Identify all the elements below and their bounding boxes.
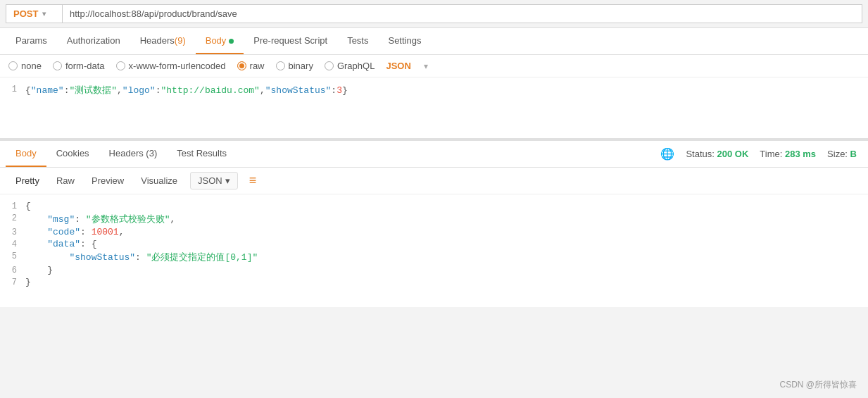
resp-line-2: 2 "msg": "参数格式校验失败", [0, 212, 868, 226]
req-line-1: 1 {"name":"测试数据","logo":"http://baidu.co… [0, 83, 868, 97]
json-format-label: JSON [386, 61, 410, 71]
radio-raw [237, 61, 246, 70]
response-status-bar: 🌐 Status: 200 OK Time: 283 ms Size: B [660, 147, 862, 161]
resp-format-chevron: ▾ [225, 175, 230, 186]
body-dot [229, 39, 234, 44]
url-input[interactable] [62, 4, 862, 23]
tab-prerequest[interactable]: Pre-request Script [244, 28, 337, 54]
radio-binary [276, 61, 285, 70]
bodytype-raw[interactable]: raw [237, 61, 265, 71]
method-chevron: ▾ [42, 10, 46, 18]
bodytype-none[interactable]: none [8, 61, 42, 71]
response-format-row: Pretty Raw Preview Visualize JSON ▾ ≡ [0, 168, 868, 194]
method-select[interactable]: POST ▾ [6, 4, 62, 23]
resp-line-3: 3 "code": 10001, [0, 226, 868, 238]
resp-tab-body[interactable]: Body [6, 141, 46, 167]
tab-headers[interactable]: Headers(9) [130, 28, 196, 54]
status-label: Status: 200 OK [686, 149, 748, 159]
resp-line-5: 5 "showStatus": "必须提交指定的值[0,1]" [0, 250, 868, 264]
tab-params[interactable]: Params [6, 28, 57, 54]
response-section: Body Cookies Headers (3) Test Results 🌐 … [0, 141, 868, 307]
tab-tests[interactable]: Tests [337, 28, 378, 54]
radio-form-data [53, 61, 62, 70]
request-code-editor: 1 {"name":"测试数据","logo":"http://baidu.co… [0, 77, 868, 141]
radio-graphql [325, 61, 334, 70]
resp-line-1: 1 { [0, 200, 868, 212]
resp-line-6: 6 } [0, 264, 868, 276]
url-bar: POST ▾ [0, 0, 868, 28]
tab-authorization[interactable]: Authorization [57, 28, 130, 54]
tab-settings[interactable]: Settings [378, 28, 431, 54]
resp-line-7: 7 } [0, 276, 868, 288]
format-visualize[interactable]: Visualize [134, 172, 184, 189]
radio-none [8, 61, 18, 70]
size-label: Size: B [827, 149, 857, 159]
globe-icon[interactable]: 🌐 [660, 147, 674, 161]
format-preview[interactable]: Preview [84, 172, 131, 189]
resp-line-4: 4 "data": { [0, 238, 868, 250]
method-label: POST [13, 8, 38, 19]
bodytype-form-data[interactable]: form-data [53, 61, 105, 71]
time-label: Time: 283 ms [760, 149, 816, 159]
response-code-editor: 1 { 2 "msg": "参数格式校验失败", 3 "code": 10001… [0, 194, 868, 307]
resp-tab-testresults[interactable]: Test Results [167, 141, 237, 167]
bodytype-binary[interactable]: binary [276, 61, 313, 71]
bodytype-graphql[interactable]: GraphQL [325, 61, 375, 71]
body-type-row: none form-data x-www-form-urlencoded raw… [0, 55, 868, 77]
json-format-dropdown[interactable]: ▾ [422, 61, 429, 71]
request-tabs: Params Authorization Headers(9) Body Pre… [0, 28, 868, 55]
wrap-button[interactable]: ≡ [246, 173, 260, 188]
format-raw[interactable]: Raw [49, 172, 82, 189]
resp-format-dropdown[interactable]: JSON ▾ [190, 172, 238, 189]
response-tabs: Body Cookies Headers (3) Test Results 🌐 … [0, 141, 868, 168]
resp-tab-cookies[interactable]: Cookies [46, 141, 99, 167]
bodytype-x-www[interactable]: x-www-form-urlencoded [116, 61, 226, 71]
tab-body[interactable]: Body [196, 28, 244, 54]
radio-x-www [116, 61, 125, 70]
resp-tab-headers[interactable]: Headers (3) [99, 141, 168, 167]
format-pretty[interactable]: Pretty [8, 172, 46, 189]
